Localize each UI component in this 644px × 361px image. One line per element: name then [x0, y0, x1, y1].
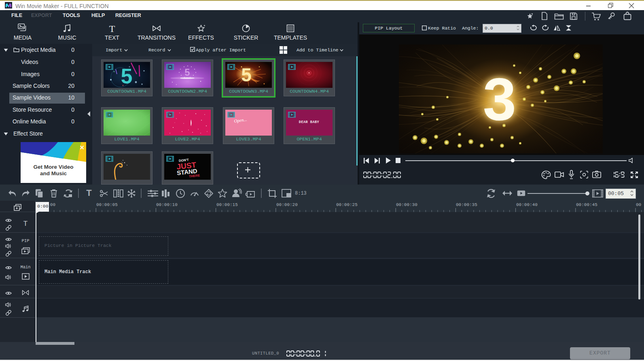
svg-text:3: 3	[483, 66, 516, 132]
svg-text:5: 5	[121, 64, 133, 88]
svg-text:DEAR BABY: DEAR BABY	[299, 120, 320, 124]
svg-text:5: 5	[241, 64, 252, 85]
svg-text:5: 5	[184, 67, 190, 78]
